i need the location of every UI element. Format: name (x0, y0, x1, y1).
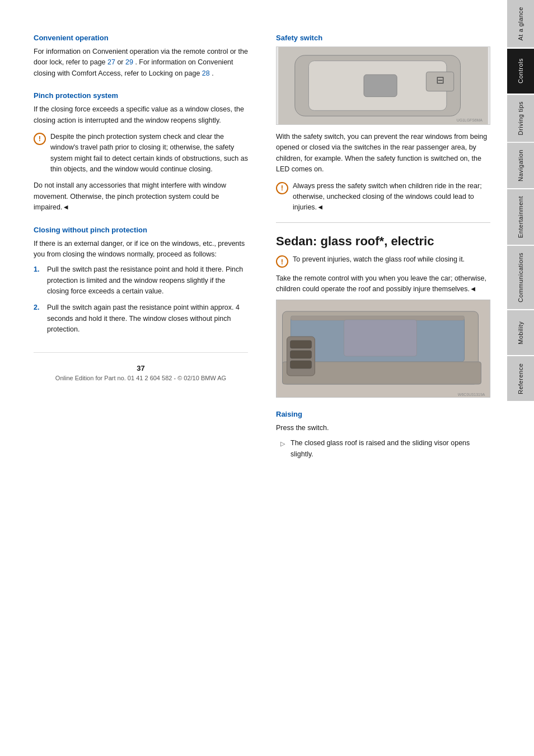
sidebar-tab-mobility[interactable]: Mobility (507, 310, 534, 355)
bullet-arrow-icon: ▷ (280, 439, 287, 449)
sidebar-tab-driving-tips[interactable]: Driving tips (507, 95, 534, 142)
closing-without-pinch-body: If there is an external danger, or if ic… (34, 239, 248, 260)
footer-legal: Online Edition for Part no. 01 41 2 604 … (34, 375, 248, 381)
safety-switch-title: Safety switch (276, 34, 490, 42)
step-2-num: 2. (34, 302, 43, 335)
safety-switch-warning-text: Always press the safety switch when chil… (293, 181, 490, 213)
safety-switch-body: With the safety switch, you can prevent … (276, 132, 490, 175)
link-page-28[interactable]: 28 (202, 69, 210, 77)
svg-rect-3 (364, 74, 397, 96)
safety-switch-svg: ⊟ UG1LGFS6MA (277, 47, 490, 124)
sidebar-tab-at-a-glance[interactable]: At a glance (507, 0, 534, 48)
svg-rect-14 (291, 351, 312, 358)
glass-roof-warning-text: To prevent injuries, watch the glass roo… (293, 254, 465, 265)
page-footer: 37 Online Edition for Part no. 01 41 2 6… (34, 352, 248, 387)
svg-rect-15 (291, 361, 312, 368)
step-1-num: 1. (34, 264, 43, 297)
svg-rect-16 (344, 320, 417, 356)
svg-text:⊟: ⊟ (436, 74, 444, 86)
step-2-text: Pull the switch again past the resistanc… (47, 302, 248, 335)
raising-title: Raising (276, 410, 490, 418)
glass-roof-image: W6C0U31319A (276, 300, 490, 398)
warning-icon-pinch: ! (34, 133, 46, 145)
closing-steps-list: 1. Pull the switch past the resistance p… (34, 264, 248, 335)
svg-text:UG1LGFS6MA: UG1LGFS6MA (457, 118, 483, 122)
step-1: 1. Pull the switch past the resistance p… (34, 264, 248, 297)
pinch-protection-body: If the closing force exceeds a specific … (34, 104, 248, 126)
step-2: 2. Pull the switch again past the resist… (34, 302, 248, 335)
raising-result-text: The closed glass roof is raised and the … (291, 438, 490, 460)
raising-result: ▷ The closed glass roof is raised and th… (280, 438, 490, 460)
link-page-29[interactable]: 29 (125, 58, 133, 66)
link-page-27[interactable]: 27 (107, 58, 115, 66)
pinch-protection-title: Pinch protection system (34, 91, 248, 100)
pinch-protection-body2: Do not install any accessories that migh… (34, 180, 248, 213)
sidebar-tab-navigation[interactable]: Navigation (507, 143, 534, 188)
safety-switch-image: ⊟ UG1LGFS6MA (276, 46, 490, 125)
glass-roof-body: Take the remote control with you when yo… (276, 273, 490, 295)
svg-rect-13 (291, 340, 312, 348)
pinch-protection-warning-box: ! Despite the pinch protection system ch… (34, 132, 248, 175)
convenient-operation-body: For information on Convenient operation … (34, 46, 248, 79)
page-number: 37 (34, 364, 248, 372)
closing-without-pinch-title: Closing without pinch protection (34, 226, 248, 234)
warning-icon-safety: ! (276, 182, 288, 194)
sidebar: At a glance Controls Driving tips Naviga… (507, 0, 534, 756)
sedan-glass-roof-title: Sedan: glass roof*, electric (276, 234, 490, 249)
sidebar-tab-controls[interactable]: Controls (507, 49, 534, 94)
sidebar-tab-reference[interactable]: Reference (507, 356, 534, 401)
sidebar-tab-communications[interactable]: Communications (507, 246, 534, 309)
sidebar-tab-entertainment[interactable]: Entertainment (507, 189, 534, 245)
svg-text:W6C0U31319A: W6C0U31319A (458, 393, 485, 396)
convenient-operation-title: Convenient operation (34, 34, 248, 42)
glass-roof-warning-box: ! To prevent injuries, watch the glass r… (276, 254, 490, 268)
warning-icon-glass-roof: ! (276, 255, 288, 268)
pinch-warning-text: Despite the pinch protection system chec… (50, 132, 248, 175)
section-divider (276, 222, 490, 223)
main-content: Convenient operation For information on … (0, 0, 507, 756)
step-1-text: Pull the switch past the resistance poin… (47, 264, 248, 297)
safety-switch-warning-box: ! Always press the safety switch when ch… (276, 181, 490, 213)
right-column: Safety switch ⊟ UG1LGFS6MA With (270, 34, 490, 734)
glass-roof-svg: W6C0U31319A (277, 300, 490, 398)
left-column: Convenient operation For information on … (34, 34, 254, 734)
raising-body: Press the switch. (276, 423, 490, 433)
